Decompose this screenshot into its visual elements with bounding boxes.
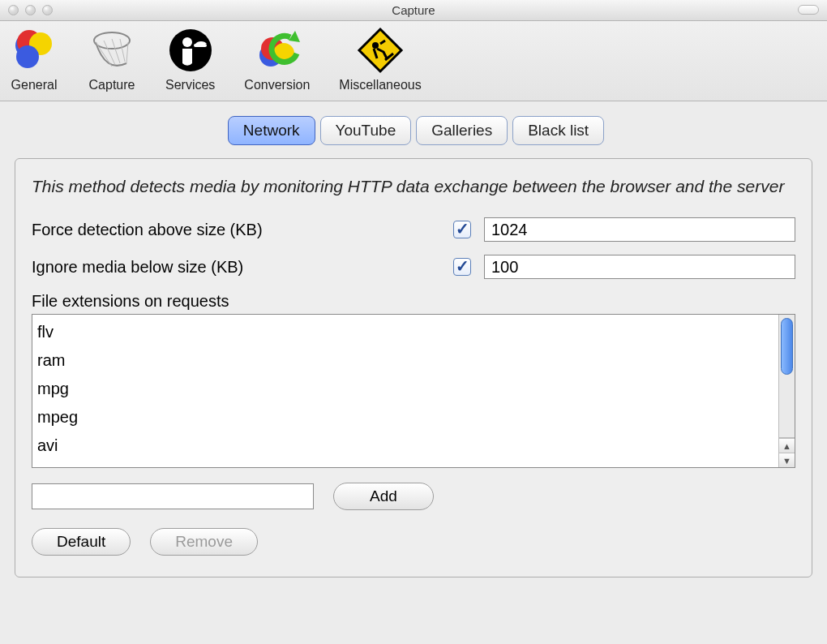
ignore-media-label: Ignore media below size (KB) [32,258,453,277]
preferences-toolbar: General Capture Services Conversion [0,21,827,101]
ignore-media-input[interactable] [484,255,795,279]
minimize-window-button[interactable] [25,5,36,15]
list-item[interactable]: mpg [37,375,795,403]
toolbar-item-general[interactable]: General [10,26,58,92]
toolbar-item-capture[interactable]: Capture [88,26,136,92]
svg-point-6 [182,37,192,47]
zoom-window-button[interactable] [42,5,53,15]
list-item[interactable]: mpeg [37,403,795,431]
add-button[interactable]: Add [333,483,434,510]
svg-rect-7 [194,44,207,47]
extensions-label: File extensions on requests [32,292,795,311]
list-item[interactable]: ram [37,346,795,375]
waiter-icon [166,26,215,75]
tab-galleries[interactable]: Galleries [416,116,508,145]
extensions-list[interactable]: flv ram mpg mpeg avi [32,315,795,467]
force-detection-checkbox[interactable] [453,221,471,238]
tab-network[interactable]: Network [228,116,315,145]
scroll-up-icon[interactable]: ▲ [779,438,795,453]
toolbar-item-label: Capture [89,78,135,92]
titlebar: Capture [0,0,827,21]
ignore-media-checkbox[interactable] [453,258,471,276]
svg-point-3 [16,45,39,68]
default-button[interactable]: Default [32,528,131,556]
force-detection-input[interactable] [484,217,795,242]
toolbar-item-services[interactable]: Services [165,26,215,92]
network-panel: This method detects media by monitoring … [15,158,812,577]
close-window-button[interactable] [8,5,19,15]
window-title: Capture [0,3,827,17]
add-extension-input[interactable] [32,483,314,509]
panel-description: This method detects media by monitoring … [32,175,795,198]
force-detection-label: Force detection above size (KB) [32,221,453,239]
scrollbar[interactable]: ▲ ▼ [778,315,795,467]
net-icon [88,26,136,75]
capture-tabs: Network YouTube Galleries Black list [0,101,827,145]
roadsign-icon [356,26,405,75]
balloons-icon [10,26,58,75]
convert-icon [253,26,302,75]
toolbar-item-conversion[interactable]: Conversion [244,26,310,92]
toolbar-item-label: Conversion [244,78,310,92]
toolbar-item-miscellaneous[interactable]: Miscellaneous [339,26,421,92]
toolbar-toggle-button[interactable] [798,5,819,15]
tab-youtube[interactable]: YouTube [320,116,412,145]
toolbar-item-label: General [11,78,58,92]
remove-button[interactable]: Remove [150,528,258,556]
toolbar-item-label: Services [165,78,215,92]
scroll-thumb[interactable] [781,318,793,375]
list-item[interactable]: avi [37,431,795,460]
tab-blacklist[interactable]: Black list [512,116,604,145]
svg-point-4 [94,32,130,49]
list-item[interactable]: flv [37,318,795,346]
extensions-list-container: flv ram mpg mpeg avi ▲ ▼ [32,314,795,468]
toolbar-item-label: Miscellaneous [339,78,421,92]
scroll-down-icon[interactable]: ▼ [779,453,795,467]
